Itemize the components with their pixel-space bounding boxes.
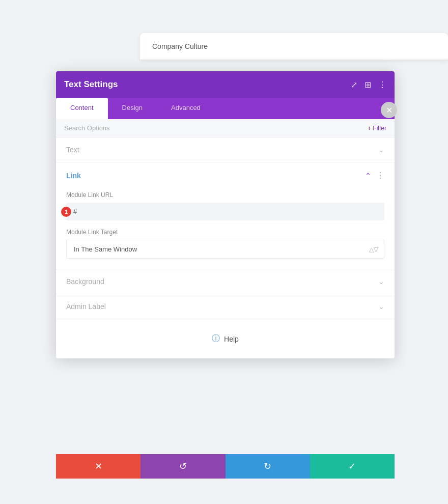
link-section-icons: ⌃ ⋮ xyxy=(365,171,384,180)
filter-button[interactable]: + Filter xyxy=(368,125,386,132)
search-options-input[interactable]: Search Options xyxy=(64,124,368,132)
link-section-label: Link xyxy=(66,172,81,180)
more-icon[interactable]: ⋮ xyxy=(378,80,386,90)
modal-header-icons: ⤢ ⊞ ⋮ xyxy=(351,80,386,90)
cancel-button[interactable]: ✕ xyxy=(56,454,141,479)
tab-design[interactable]: Design xyxy=(108,98,157,119)
help-label: Help xyxy=(224,335,239,343)
redo-button[interactable]: ↻ xyxy=(226,454,310,479)
undo-icon: ↺ xyxy=(179,461,187,472)
help-icon: ⓘ xyxy=(212,333,220,344)
cancel-icon: ✕ xyxy=(95,461,102,472)
browser-tab: Company Culture xyxy=(140,33,448,60)
url-badge: 1 xyxy=(61,207,71,217)
url-input[interactable] xyxy=(66,203,384,220)
target-select[interactable]: In The Same Window In The New Tab xyxy=(66,240,384,259)
link-content: Module Link URL 1 Module Link Target In … xyxy=(56,188,395,269)
tab-content[interactable]: Content xyxy=(56,98,108,119)
admin-label-section-row[interactable]: Admin Label ⌄ xyxy=(56,294,395,319)
background-section-label: Background xyxy=(66,277,104,286)
tab-advanced[interactable]: Advanced xyxy=(157,98,215,119)
background-section-row[interactable]: Background ⌄ xyxy=(56,269,395,294)
undo-button[interactable]: ↺ xyxy=(141,454,225,479)
modal-header: Text Settings ⤢ ⊞ ⋮ xyxy=(56,71,395,98)
action-bar: ✕ ↺ ↻ ✓ xyxy=(56,454,395,479)
tab-company-culture: Company Culture xyxy=(152,42,208,50)
admin-label-section-label: Admin Label xyxy=(66,302,106,311)
background-chevron-icon: ⌄ xyxy=(378,277,384,286)
redo-icon: ↻ xyxy=(264,461,271,472)
modal-title: Text Settings xyxy=(64,79,118,90)
expand-icon[interactable]: ⤢ xyxy=(351,80,357,90)
columns-icon[interactable]: ⊞ xyxy=(365,80,371,90)
text-chevron-icon: ⌄ xyxy=(378,146,384,154)
search-bar: Search Options + Filter xyxy=(56,119,395,137)
link-section-header[interactable]: Link ⌃ ⋮ xyxy=(56,162,395,188)
url-label: Module Link URL xyxy=(66,191,384,199)
url-field-row: 1 xyxy=(66,203,384,220)
text-section-label: Text xyxy=(66,146,79,154)
link-more-icon[interactable]: ⋮ xyxy=(376,171,384,180)
help-row[interactable]: ⓘ Help xyxy=(56,319,395,358)
tab-bar: Content Design Advanced xyxy=(56,98,395,119)
content-area: Text ⌄ Link ⌃ ⋮ Module Link URL 1 Modu xyxy=(56,137,395,358)
text-section-row[interactable]: Text ⌄ xyxy=(56,137,395,162)
link-chevron-icon: ⌃ xyxy=(365,172,371,180)
save-icon: ✓ xyxy=(348,461,356,472)
close-icon: ✕ xyxy=(386,105,393,115)
target-label: Module Link Target xyxy=(66,229,384,236)
admin-label-chevron-icon: ⌄ xyxy=(378,302,384,311)
text-settings-modal: Text Settings ⤢ ⊞ ⋮ Content Design Advan… xyxy=(56,71,395,358)
save-button[interactable]: ✓ xyxy=(310,454,395,479)
target-select-wrapper: In The Same Window In The New Tab △▽ xyxy=(66,240,384,259)
link-section: Link ⌃ ⋮ Module Link URL 1 Module Link T… xyxy=(56,162,395,269)
close-button-outer[interactable]: ✕ xyxy=(381,102,397,118)
